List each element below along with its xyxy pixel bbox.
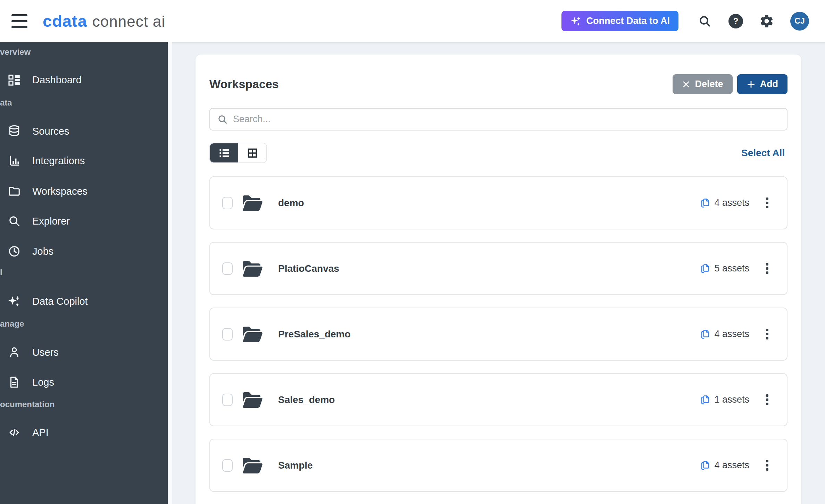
sidebar-section-documentation: ocumentation bbox=[0, 399, 55, 410]
add-button-label: Add bbox=[760, 79, 778, 90]
sidebar-item-label: Logs bbox=[32, 377, 54, 388]
sidebar-item-integrations[interactable]: Integrations bbox=[0, 150, 168, 171]
sparkle-icon bbox=[570, 16, 581, 26]
row-checkbox[interactable] bbox=[222, 262, 233, 275]
workspace-name: Sample bbox=[278, 460, 313, 471]
pages-icon bbox=[700, 263, 710, 274]
sidebar-item-explorer[interactable]: Explorer bbox=[0, 211, 168, 232]
avatar-initials: CJ bbox=[794, 16, 805, 26]
pages-icon bbox=[700, 460, 710, 471]
x-icon bbox=[682, 80, 690, 89]
app-header: cdata connect ai Connect Data to AI ? CJ bbox=[0, 0, 825, 42]
open-folder-icon bbox=[241, 390, 264, 410]
delete-button[interactable]: Delete bbox=[673, 74, 732, 94]
sidebar-item-dashboard[interactable]: Dashboard bbox=[0, 69, 168, 90]
open-folder-icon bbox=[241, 193, 264, 213]
row-menu-icon[interactable] bbox=[764, 261, 770, 276]
sidebar-item-workspaces[interactable]: Workspaces bbox=[0, 181, 168, 202]
workspace-row[interactable]: Sample 4 assets bbox=[209, 439, 788, 492]
connect-button-label: Connect Data to AI bbox=[586, 16, 670, 26]
search-input[interactable] bbox=[233, 114, 780, 125]
sidebar-item-users[interactable]: Users bbox=[0, 342, 168, 363]
row-checkbox[interactable] bbox=[222, 328, 233, 341]
row-menu-icon[interactable] bbox=[764, 195, 770, 210]
app-logo: cdata connect ai bbox=[43, 11, 165, 31]
page-title: Workspaces bbox=[209, 77, 279, 91]
logo-cdata: cdata bbox=[43, 11, 87, 31]
sidebar-item-data-copilot[interactable]: Data Copilot bbox=[0, 291, 168, 312]
workspace-row[interactable]: demo 4 assets bbox=[209, 176, 788, 229]
workspace-row[interactable]: PlatioCanvas 5 assets bbox=[209, 242, 788, 295]
sidebar-section-ai: I bbox=[0, 267, 2, 278]
sidebar-item-label: Workspaces bbox=[32, 186, 88, 197]
person-icon bbox=[8, 346, 21, 359]
sidebar-item-label: API bbox=[32, 427, 49, 438]
assets-count[interactable]: 4 assets bbox=[700, 198, 749, 209]
menu-icon[interactable] bbox=[11, 14, 27, 28]
plus-icon bbox=[747, 80, 756, 89]
grid-view-button[interactable] bbox=[238, 143, 266, 162]
workspaces-panel: Workspaces Delete Ad bbox=[195, 54, 801, 504]
row-checkbox[interactable] bbox=[222, 459, 233, 472]
sidebar-scrollbar-track[interactable] bbox=[168, 42, 172, 504]
row-menu-icon[interactable] bbox=[764, 327, 770, 342]
assets-count-label: 4 assets bbox=[714, 329, 749, 339]
pages-icon bbox=[700, 394, 710, 405]
open-folder-icon bbox=[241, 259, 264, 278]
sidebar-item-label: Users bbox=[32, 347, 59, 358]
sidebar-section-data: ata bbox=[0, 98, 12, 108]
main-area: Workspaces Delete Ad bbox=[172, 42, 825, 504]
assets-count[interactable]: 4 assets bbox=[700, 460, 749, 471]
workspace-name: PlatioCanvas bbox=[278, 263, 339, 274]
clock-icon bbox=[8, 245, 21, 258]
sparkles-icon bbox=[8, 295, 21, 308]
workspace-row[interactable]: PreSales_demo 4 assets bbox=[209, 308, 788, 361]
sidebar-item-api[interactable]: API bbox=[0, 422, 168, 443]
document-icon bbox=[8, 376, 21, 389]
help-glyph: ? bbox=[733, 16, 739, 26]
row-checkbox[interactable] bbox=[222, 394, 233, 406]
sidebar-item-label: Data Copilot bbox=[32, 296, 88, 307]
open-folder-icon bbox=[241, 325, 264, 344]
database-icon bbox=[8, 125, 21, 138]
workspace-name: demo bbox=[278, 198, 304, 209]
code-icon bbox=[8, 426, 21, 439]
pages-icon bbox=[700, 198, 710, 209]
row-checkbox[interactable] bbox=[222, 197, 233, 209]
help-icon[interactable]: ? bbox=[728, 14, 743, 28]
sidebar-item-label: Jobs bbox=[32, 246, 53, 257]
bar-chart-icon bbox=[8, 154, 21, 167]
assets-count-label: 5 assets bbox=[714, 263, 749, 274]
row-menu-icon[interactable] bbox=[764, 392, 770, 407]
workspace-name: Sales_demo bbox=[278, 394, 335, 405]
sidebar-item-label: Sources bbox=[32, 126, 69, 137]
sidebar-item-label: Explorer bbox=[32, 216, 70, 227]
workspace-name: PreSales_demo bbox=[278, 329, 351, 340]
sidebar-section-overview: verview bbox=[0, 47, 31, 57]
search-icon bbox=[217, 114, 228, 125]
select-all-link[interactable]: Select All bbox=[741, 148, 785, 159]
header-search-icon[interactable] bbox=[698, 14, 712, 28]
open-folder-icon bbox=[241, 456, 264, 475]
sidebar-item-label: Integrations bbox=[32, 155, 85, 167]
sidebar-item-label: Dashboard bbox=[32, 74, 82, 86]
settings-gear-icon[interactable] bbox=[759, 14, 774, 29]
add-button[interactable]: Add bbox=[737, 74, 788, 94]
sidebar-section-manage: anage bbox=[0, 319, 24, 329]
assets-count[interactable]: 5 assets bbox=[700, 263, 749, 274]
list-view-button[interactable] bbox=[210, 143, 238, 162]
assets-count[interactable]: 4 assets bbox=[700, 329, 749, 340]
sidebar-item-sources[interactable]: Sources bbox=[0, 121, 168, 142]
assets-count-label: 1 assets bbox=[714, 394, 749, 405]
connect-data-to-ai-button[interactable]: Connect Data to AI bbox=[561, 11, 678, 31]
assets-count[interactable]: 1 assets bbox=[700, 394, 749, 405]
list-view-icon bbox=[218, 147, 230, 159]
sidebar-item-jobs[interactable]: Jobs bbox=[0, 241, 168, 262]
row-menu-icon[interactable] bbox=[764, 458, 770, 473]
workspace-row[interactable]: Sales_demo 1 assets bbox=[209, 373, 788, 426]
assets-count-label: 4 assets bbox=[714, 198, 749, 208]
user-avatar[interactable]: CJ bbox=[790, 12, 809, 31]
sidebar-item-logs[interactable]: Logs bbox=[0, 372, 168, 393]
workspace-list: demo 4 assets bbox=[209, 176, 788, 492]
logo-connect-ai: connect ai bbox=[92, 13, 166, 30]
